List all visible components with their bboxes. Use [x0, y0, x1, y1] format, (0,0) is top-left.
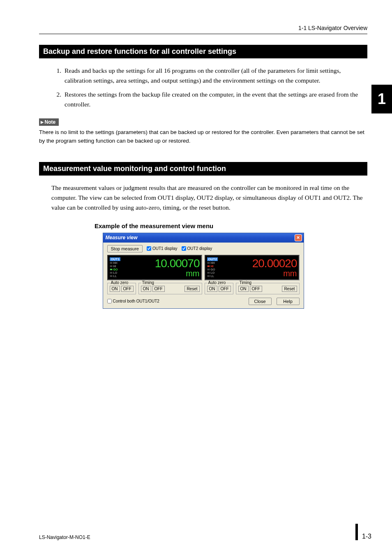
out2-unit: mm [283, 269, 297, 278]
page-number-wrap: 1-3 [355, 524, 371, 540]
page-header: 1-1 LS-Navigator Overview [39, 25, 367, 34]
doc-id: LS-Navigator-M-NO1-E [39, 534, 90, 540]
out1-readout: OUT1 HH HI GO LO LL 10.00070 mm [107, 255, 202, 280]
out1-display-checkbox[interactable]: OUT1 display [147, 246, 178, 251]
out1-label: OUT1 [110, 257, 120, 261]
out2-display-checkbox[interactable]: OUT2 display [182, 246, 212, 251]
out1-timing-on[interactable]: ON [141, 286, 151, 292]
out2-autozero-on[interactable]: ON [207, 286, 217, 292]
page-footer: LS-Navigator-M-NO1-E 1-3 [39, 524, 371, 540]
list-item: Restores the settings from the backup fi… [63, 90, 363, 109]
out2-readout: OUT2 HH HI GO LO LL 20.00020 mm [205, 255, 300, 280]
note-tag: Note [39, 118, 59, 126]
page-number: 1-3 [362, 533, 371, 540]
out2-timing-off[interactable]: OFF [250, 286, 262, 292]
stop-measure-button[interactable]: Stop measure [107, 245, 143, 252]
out2-autozero-group: Auto zero ON OFF [205, 283, 233, 294]
close-button[interactable]: Close [249, 298, 272, 305]
control-both-checkbox[interactable]: Control both OUT1/OUT2 [107, 299, 159, 303]
out2-timing-group: Timing ON OFF Reset [236, 283, 300, 294]
section-title-backup: Backup and restore functions for all con… [39, 45, 367, 58]
section1-body: Reads and backs up the settings for all … [51, 66, 363, 109]
out2-value: 20.00020 [252, 258, 297, 269]
chapter-tab: 1 [371, 85, 392, 113]
out1-value: 10.00070 [155, 258, 200, 269]
out2-reset[interactable]: Reset [282, 286, 297, 292]
close-icon[interactable]: × [295, 234, 302, 241]
list-item: Reads and backs up the settings for all … [63, 66, 363, 86]
out1-timing-off[interactable]: OFF [152, 286, 165, 292]
section-title-measure: Measurement value monitoring and control… [39, 162, 367, 176]
breadcrumb: 1-1 LS-Navigator Overview [39, 25, 367, 31]
out1-autozero-on[interactable]: ON [110, 286, 120, 292]
out1-timing-group: Timing ON OFF Reset [138, 283, 202, 294]
out1-reset[interactable]: Reset [184, 286, 199, 292]
out1-unit: mm [186, 269, 199, 278]
section2-paragraph: The measurement values or judgment resul… [51, 183, 363, 213]
out2-timing-on[interactable]: ON [238, 286, 249, 292]
dialog-titlebar[interactable]: Measure view × [103, 233, 304, 243]
section2-body: The measurement values or judgment resul… [51, 183, 363, 213]
help-button[interactable]: Help [277, 298, 300, 305]
dialog-title: Measure view [106, 235, 138, 240]
out1-autozero-off[interactable]: OFF [121, 286, 134, 292]
backup-list: Reads and backs up the settings for all … [51, 66, 363, 109]
figure-caption: Example of the measurement view menu [95, 222, 367, 229]
measure-view-dialog: Measure view × Stop measure OUT1 display… [103, 233, 304, 309]
out2-autozero-off[interactable]: OFF [219, 286, 231, 292]
out1-autozero-group: Auto zero ON OFF [107, 283, 136, 294]
out2-label: OUT2 [207, 257, 218, 261]
note-text: There is no limit to the settings (param… [39, 128, 367, 146]
